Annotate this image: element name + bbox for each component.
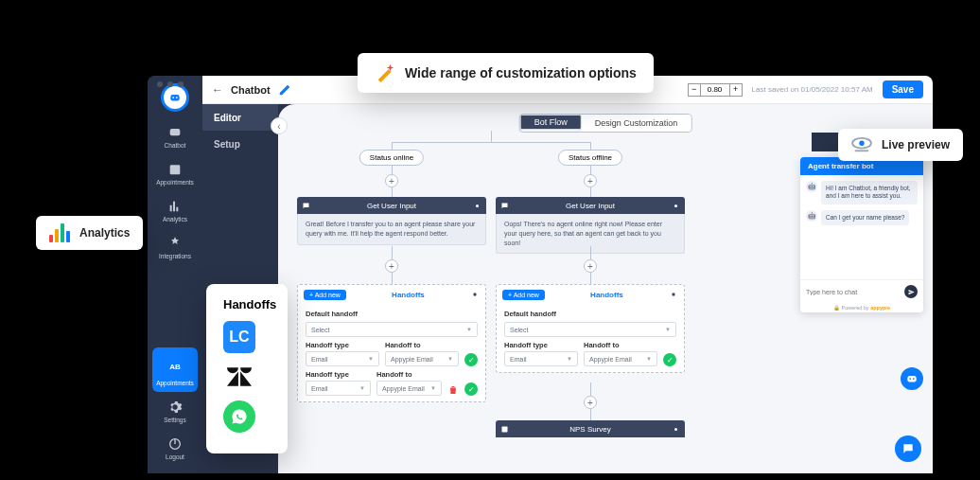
callout-analytics: Analytics <box>36 216 143 250</box>
back-button[interactable]: ← <box>212 83 223 97</box>
gear-icon <box>167 400 183 415</box>
analytics-icon <box>167 199 183 214</box>
sidebar-item-integrations[interactable]: Integrations <box>148 230 202 265</box>
svg-rect-3 <box>170 129 181 135</box>
handoff-type-select[interactable]: Email▼ <box>504 351 578 366</box>
add-node-button[interactable]: + <box>385 259 398 273</box>
add-new-handoff-button[interactable]: + Add new <box>502 290 545 300</box>
bot-avatar-icon: 🤖 <box>806 210 817 222</box>
chat-icon <box>302 202 310 210</box>
add-node-button[interactable]: + <box>584 396 597 409</box>
sidebar-item-analytics[interactable]: Analytics <box>148 193 202 228</box>
flow-area[interactable]: Status online + Get User Input Great! Be… <box>297 142 687 473</box>
gear-icon[interactable] <box>672 425 680 434</box>
chat-input[interactable] <box>806 289 901 295</box>
survey-icon <box>500 425 509 434</box>
add-new-handoff-button[interactable]: + Add new <box>304 290 346 300</box>
callout-handoffs: Handoffs LC <box>206 284 288 453</box>
left-panel-editor[interactable]: Editor <box>202 104 278 131</box>
handoff-to-select[interactable]: Appypie Email▼ <box>584 351 657 366</box>
handoffs-title: Handoffs <box>590 291 623 299</box>
bot-avatar-icon: 🤖 <box>806 181 817 192</box>
sidebar-item-appointments[interactable]: Appointments <box>148 156 202 191</box>
add-node-button[interactable]: + <box>584 174 597 187</box>
svg-point-10 <box>909 378 911 380</box>
chat-icon <box>500 202 509 210</box>
svg-rect-6 <box>174 439 175 444</box>
send-button[interactable] <box>904 285 918 298</box>
preview-bot-avatar <box>901 367 923 390</box>
confirm-icon: ✓ <box>663 353 676 366</box>
edit-icon[interactable] <box>278 83 291 97</box>
default-handoff-label: Default handoff <box>306 310 478 318</box>
confirm-icon: ✓ <box>464 353 478 366</box>
node-message: Great! Before I transfer you to an agent… <box>297 214 486 245</box>
zendesk-logo <box>223 361 255 393</box>
handoffs-card-title: Handoffs <box>223 297 271 311</box>
zoom-control: − + <box>688 83 743 97</box>
handoff-type-select[interactable]: Email▼ <box>306 351 379 366</box>
magic-wand-icon <box>375 62 395 83</box>
status-online-node[interactable]: Status online <box>359 150 424 166</box>
collapse-panel-button[interactable]: ‹ <box>271 117 288 134</box>
svg-point-11 <box>913 378 915 380</box>
eye-icon <box>851 136 872 153</box>
default-handoff-select[interactable]: Select▼ <box>306 322 478 337</box>
svg-point-1 <box>172 97 174 98</box>
svg-rect-0 <box>170 95 179 100</box>
svg-point-2 <box>176 97 178 98</box>
add-node-button[interactable]: + <box>584 259 597 273</box>
zoom-in-button[interactable]: + <box>729 83 743 97</box>
livechat-logo: LC <box>223 321 255 353</box>
handoffs-node-offline[interactable]: + Add new Handoffs Default handoff Selec… <box>496 284 685 373</box>
callout-live-preview: Live preview <box>838 129 963 161</box>
left-panel-setup[interactable]: Setup <box>202 131 278 157</box>
handoff-to-select[interactable]: Appypie Email▼ <box>376 381 442 396</box>
default-handoff-select[interactable]: Select▼ <box>504 322 676 337</box>
handoff-type-select[interactable]: Email▼ <box>306 381 371 396</box>
handoffs-node-online[interactable]: + Add new Handoffs Default handoff Selec… <box>297 284 486 402</box>
chat-message: 🤖 Hi! I am Chatbot, a friendly bot, and … <box>806 181 918 204</box>
get-user-input-node-online[interactable]: Get User Input Great! Before I transfer … <box>297 197 486 245</box>
sidebar-item-chatbot[interactable]: Chatbot <box>148 119 202 154</box>
zoom-input[interactable] <box>701 83 729 97</box>
confirm-icon: ✓ <box>464 382 478 396</box>
chat-fab[interactable] <box>895 436 921 462</box>
powered-by: 🔒 Powered by appypie <box>800 303 923 312</box>
sidebar-item-logout[interactable]: Logout <box>148 431 202 466</box>
calendar-icon <box>167 162 183 177</box>
gear-icon[interactable] <box>669 290 678 299</box>
chat-preview: Agent transfer bot 🤖 Hi! I am Chatbot, a… <box>800 157 923 312</box>
gear-icon[interactable] <box>672 202 680 210</box>
whatsapp-logo <box>223 400 255 433</box>
sidebar: Chatbot Appointments Analytics Integrati… <box>148 76 202 473</box>
handoff-to-select[interactable]: Appypie Email▼ <box>385 351 459 366</box>
user-badge: AB <box>164 355 186 378</box>
window-controls <box>157 81 184 87</box>
svg-rect-7 <box>502 426 508 432</box>
tab-design-customization[interactable]: Design Customization <box>582 115 691 132</box>
sidebar-item-settings[interactable]: Settings <box>148 394 202 429</box>
gear-icon[interactable] <box>473 202 481 210</box>
save-button[interactable]: Save <box>883 80 923 98</box>
gear-icon[interactable] <box>470 290 480 299</box>
callout-customization: Wide range of customization options <box>358 53 654 93</box>
analytics-icon <box>49 223 70 242</box>
zoom-out-button[interactable]: − <box>688 83 701 97</box>
canvas: ‹ Bot Flow Design Customization Status o… <box>278 104 933 473</box>
nps-survey-node[interactable]: NPS Survey <box>496 420 685 437</box>
last-saved-text: Last saved on 01/05/2022 10:57 AM <box>752 85 873 94</box>
logout-icon <box>167 436 183 452</box>
integrations-icon <box>167 236 183 251</box>
chat-message: 🤖 Can I get your name please? <box>806 210 918 225</box>
tab-bot-flow[interactable]: Bot Flow <box>520 115 582 130</box>
trash-icon[interactable] <box>447 384 459 396</box>
add-node-button[interactable]: + <box>385 174 398 187</box>
left-panel: Editor Setup <box>202 104 278 157</box>
default-handoff-label: Default handoff <box>504 310 676 318</box>
svg-rect-4 <box>170 165 181 174</box>
page-title: Chatbot <box>231 84 271 96</box>
status-offline-node[interactable]: Status offline <box>558 150 622 166</box>
sidebar-item-ab-appointments[interactable]: AB Appointments <box>152 347 198 392</box>
handoffs-title: Handoffs <box>392 291 425 299</box>
